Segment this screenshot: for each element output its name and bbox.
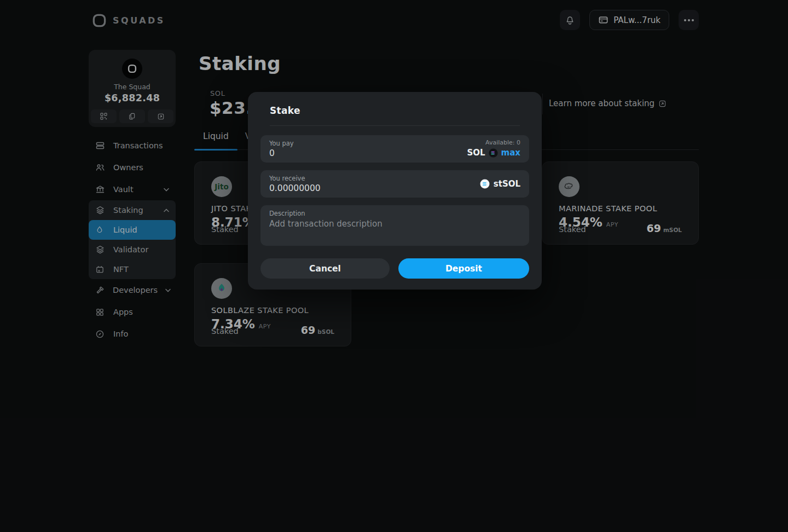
modal-title: Stake bbox=[270, 105, 300, 116]
cancel-button[interactable]: Cancel bbox=[260, 258, 390, 279]
stsol-token-icon bbox=[480, 179, 490, 189]
deposit-button[interactable]: Deposit bbox=[398, 258, 529, 279]
description-field: Description bbox=[260, 205, 529, 246]
modal-divider bbox=[270, 125, 520, 126]
description-textarea[interactable] bbox=[269, 219, 518, 243]
available-balance: Available: 0 bbox=[467, 139, 520, 146]
you-receive-input[interactable] bbox=[269, 183, 412, 193]
you-pay-right: Available: 0 SOL max bbox=[467, 139, 520, 158]
sol-token-label: SOL bbox=[467, 148, 485, 158]
stake-modal: Stake You pay Available: 0 SOL bbox=[248, 92, 542, 290]
you-pay-input[interactable] bbox=[269, 148, 412, 158]
max-button[interactable]: max bbox=[501, 148, 520, 158]
description-label: Description bbox=[269, 210, 520, 217]
you-pay-field: You pay Available: 0 SOL bbox=[260, 135, 529, 163]
sol-token-icon bbox=[489, 148, 498, 158]
you-receive-right: stSOL bbox=[480, 170, 520, 198]
app-screen: SQUADS PALw...7ruk bbox=[0, 0, 788, 532]
stsol-token-label: stSOL bbox=[494, 179, 520, 189]
you-receive-field: You receive stSOL bbox=[260, 170, 529, 198]
